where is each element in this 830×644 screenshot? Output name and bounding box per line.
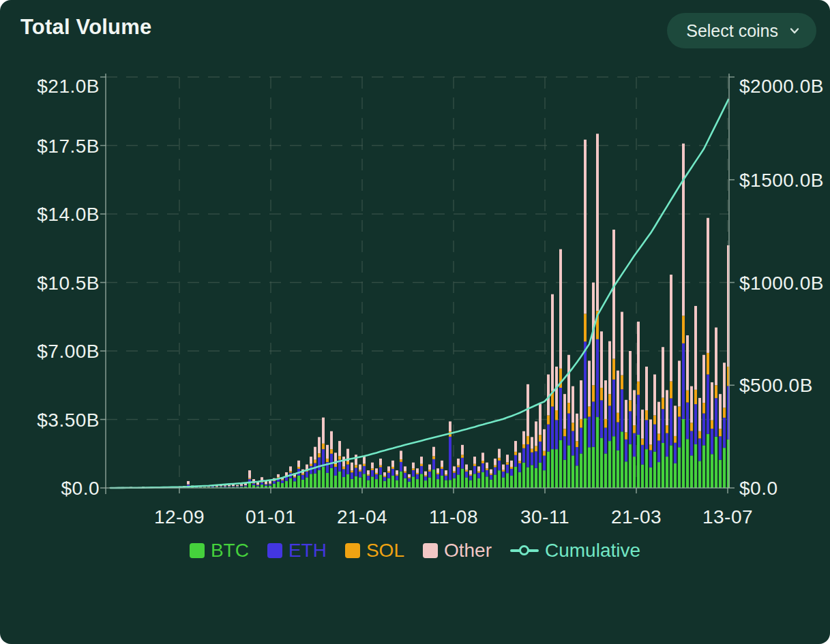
bar-segment-btc xyxy=(502,477,505,488)
bar-segment-btc xyxy=(318,470,321,488)
bar-segment-eth xyxy=(330,454,333,468)
bar-segment-btc xyxy=(539,463,542,488)
bar-segment-other xyxy=(531,437,533,448)
legend-item-other[interactable]: Other xyxy=(423,540,492,562)
bar-segment-btc xyxy=(391,476,394,488)
bar-segment-sol xyxy=(269,484,271,485)
bar-segment-other xyxy=(711,382,713,420)
bar-segment-eth xyxy=(694,404,697,444)
y-left-tick-label: $7.00B xyxy=(37,341,100,362)
bar-segment-eth xyxy=(510,469,513,476)
bar-segment-eth xyxy=(412,470,415,476)
bar-segment-other xyxy=(551,294,554,391)
legend-item-cumulative[interactable]: Cumulative xyxy=(510,540,640,562)
bar-segment-other xyxy=(576,414,578,441)
bar-segment-eth xyxy=(383,477,386,481)
legend-item-sol[interactable]: SOL xyxy=(345,540,404,562)
bar-segment-btc xyxy=(285,481,288,488)
legend-label-sol: SOL xyxy=(366,540,404,562)
bar-segment-sol xyxy=(678,407,681,417)
bar-segment-eth xyxy=(625,440,627,461)
bar-segment-sol xyxy=(441,467,443,469)
bar-segment-btc xyxy=(400,472,402,488)
bar-segment-other xyxy=(608,341,611,395)
bar-segment-btc xyxy=(555,449,558,488)
bar-segment-btc xyxy=(363,474,366,488)
bar-segment-other xyxy=(641,410,644,438)
bar-segment-eth xyxy=(416,474,419,479)
bar-segment-btc xyxy=(273,484,276,488)
bar-segment-eth xyxy=(588,416,591,447)
bar-segment-eth xyxy=(216,487,218,487)
bar-segment-eth xyxy=(539,442,542,463)
bar-segment-btc xyxy=(678,447,681,488)
bar-segment-sol xyxy=(629,400,632,411)
bar-segment-sol xyxy=(576,441,578,447)
bar-segment-eth xyxy=(637,395,640,435)
bar-segment-btc xyxy=(596,417,599,488)
bar-segment-eth xyxy=(506,465,509,473)
bar-segment-other xyxy=(686,335,689,390)
bar-segment-sol xyxy=(527,436,529,444)
bar-segment-sol xyxy=(723,408,726,418)
bar-segment-other xyxy=(371,463,374,469)
bar-segment-eth xyxy=(293,478,296,481)
bar-segment-eth xyxy=(719,436,722,459)
bar-segment-btc xyxy=(567,445,570,488)
bar-segment-other xyxy=(420,457,423,464)
bar-segment-other xyxy=(322,418,325,444)
bar-segment-eth xyxy=(547,425,550,452)
other-swatch-icon xyxy=(423,543,438,558)
bar-segment-eth xyxy=(633,433,636,457)
bar-segment-sol xyxy=(567,403,570,414)
bar-segment-sol xyxy=(608,394,611,405)
bar-segment-eth xyxy=(261,482,263,485)
bar-segment-other xyxy=(326,445,329,459)
bar-segment-eth xyxy=(662,409,664,443)
bar-segment-other xyxy=(535,421,537,446)
bar-segment-other xyxy=(379,459,382,465)
bar-segment-sol xyxy=(436,473,439,474)
legend-item-eth[interactable]: ETH xyxy=(267,540,327,562)
bar-segment-eth xyxy=(346,465,349,474)
bar-segment-other xyxy=(248,470,251,478)
bar-segment-other xyxy=(514,441,517,452)
bar-segment-sol xyxy=(252,483,255,484)
bar-segment-other xyxy=(342,457,345,467)
bar-segment-sol xyxy=(531,449,533,453)
bar-segment-eth xyxy=(543,456,546,471)
bar-segment-sol xyxy=(404,471,406,472)
bar-segment-eth xyxy=(396,476,398,480)
bar-segment-btc xyxy=(404,478,406,488)
bar-segment-btc xyxy=(306,477,308,488)
bar-segment-other xyxy=(441,461,443,467)
bar-segment-btc xyxy=(662,443,664,488)
bar-segment-other xyxy=(408,474,411,477)
bar-segment-eth xyxy=(666,433,668,457)
bar-segment-btc xyxy=(310,474,312,488)
bar-segment-other xyxy=(338,441,341,456)
bar-segment-btc xyxy=(449,480,451,488)
bar-segment-btc xyxy=(494,474,496,488)
bar-segment-btc xyxy=(277,482,280,488)
legend-item-btc[interactable]: BTC xyxy=(190,540,249,562)
bar-segment-other xyxy=(449,421,451,431)
y-left-tick-label: $21.0B xyxy=(37,76,100,97)
bar-segment-other xyxy=(707,218,709,353)
bar-segment-other xyxy=(224,485,226,486)
bar-segment-sol xyxy=(314,460,316,463)
bar-segment-btc xyxy=(522,463,525,488)
bar-segment-btc xyxy=(465,477,468,488)
bar-segment-btc xyxy=(297,476,300,488)
bar-segment-btc xyxy=(490,480,492,488)
bar-segment-btc xyxy=(248,482,251,488)
bar-segment-eth xyxy=(211,487,214,487)
bar-segment-other xyxy=(383,472,386,476)
bar-segment-eth xyxy=(461,458,464,469)
bar-segment-eth xyxy=(441,469,443,476)
bar-segment-eth xyxy=(375,474,378,479)
cumulative-marker-icon xyxy=(510,545,539,556)
bar-segment-btc xyxy=(486,476,488,488)
bar-segment-other xyxy=(375,468,378,473)
bar-segment-sol xyxy=(694,390,697,404)
